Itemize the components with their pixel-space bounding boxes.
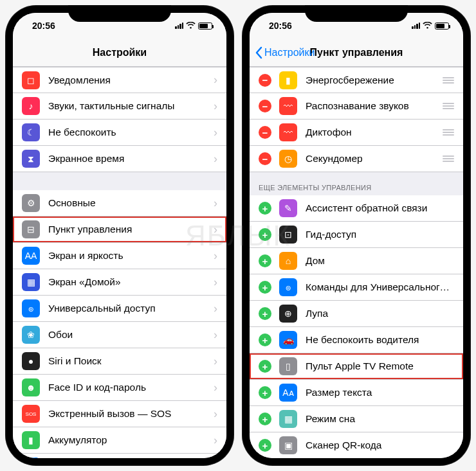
chevron-icon: › [214,381,217,395]
row-control-center[interactable]: ⊟ Пункт управления › [13,217,226,243]
feedback-icon: ✎ [279,199,297,217]
row-guided[interactable]: + ⊡ Гид-доступ [250,222,463,248]
row-label: Гид-доступ [306,229,454,240]
status-time: 20:56 [32,21,55,31]
row-siri[interactable]: ● Siri и Поиск › [13,348,226,375]
row-apple-tv-remote[interactable]: + ▯ Пульт Apple TV Remote [250,353,463,380]
row-battery[interactable]: ▮ Аккумулятор › [13,427,226,454]
guided-icon: ⊡ [279,226,297,244]
add-button[interactable]: + [259,281,271,294]
row-label: Пульт Apple TV Remote [306,360,454,372]
add-button[interactable]: + [259,202,271,215]
row-label: Энергосбережение [306,75,437,86]
chevron-icon: › [214,152,217,166]
screentime-icon: ⧗ [22,150,40,168]
add-button[interactable]: + [259,307,271,320]
row-home-screen[interactable]: ▦ Экран «Домой» › [13,269,226,296]
drag-handle[interactable] [443,103,454,109]
remove-button[interactable]: − [259,74,271,87]
row-accessibility[interactable]: ๏ Универсальный доступ › [13,296,226,322]
chevron-icon: › [214,276,217,289]
add-button[interactable]: + [259,386,271,399]
apple-tv-remote-icon: ▯ [279,357,297,375]
chevron-icon: › [214,100,217,113]
row-label: Обои [48,329,214,341]
sos-icon: SOS [22,405,40,423]
dnd-icon: ☾ [22,123,40,141]
row-sos[interactable]: SOS Экстренный вызов — SOS › [13,401,226,427]
row-label: Сканер QR-кода [306,440,454,451]
row-home[interactable]: + ⌂ Дом [250,248,463,274]
phone-left: 20:56 Настройки ◻ Уведомления › ♪ Звуки,… [5,5,234,466]
back-button[interactable]: Настройки [255,46,315,59]
add-button[interactable]: + [259,228,271,241]
battery-icon [198,22,212,30]
row-label: Аккумулятор [48,434,214,446]
row-faceid[interactable]: ☻ Face ID и код-пароль › [13,375,226,401]
magnifier-icon: ⊕ [279,305,297,323]
row-dnd-driving[interactable]: + 🚗 Не беспокоить водителя [250,327,463,353]
remove-button[interactable]: − [259,100,271,112]
row-label: Экстренный вызов — SOS [48,408,214,420]
more-controls-header: ЕЩЕ ЭЛЕМЕНТЫ УПРАВЛЕНИЯ [250,172,463,195]
display-icon: AA [22,247,40,265]
chevron-icon: › [214,73,217,87]
row-label: Распознавание звуков [306,100,437,112]
row-voice-memo[interactable]: − 〰 Диктофон [250,120,463,146]
row-label: Face ID и код-пароль [48,382,214,393]
row-label: Лупа [306,308,454,319]
row-sleep[interactable]: + ▦ Режим сна [250,406,463,432]
row-label: Размер текста [306,387,454,398]
notch [68,5,171,22]
row-label: Экран «Домой» [48,276,214,288]
row-display[interactable]: AA Экран и яркость › [13,243,226,269]
row-screentime[interactable]: ⧗ Экранное время › [13,146,226,172]
drag-handle[interactable] [443,156,454,162]
chevron-icon: › [214,434,217,447]
remove-button[interactable]: − [259,152,271,165]
row-qr[interactable]: + ▣ Сканер QR-кода [250,432,463,458]
settings-list[interactable]: ◻ Уведомления › ♪ Звуки, тактильные сигн… [13,67,226,458]
drag-handle[interactable] [443,77,454,84]
remove-button[interactable]: − [259,126,271,139]
wifi-icon [423,21,432,31]
status-time: 20:56 [269,21,292,31]
text-size-icon: Aᴀ [279,384,297,402]
drag-handle[interactable] [443,129,454,136]
row-notifications[interactable]: ◻ Уведомления › [13,67,226,93]
chevron-icon: › [214,126,217,139]
acc-shortcuts-icon: ๏ [279,278,297,296]
row-sound-rec[interactable]: − 〰 Распознавание звуков [250,93,463,120]
add-button[interactable]: + [259,439,271,452]
stopwatch-icon: ◷ [279,150,297,168]
row-label: Уведомления [48,75,214,86]
row-stopwatch[interactable]: − ◷ Секундомер [250,146,463,172]
row-label: Команды для Универсального дост... [306,281,454,293]
add-button[interactable]: + [259,254,271,267]
row-label: Не беспокоить водителя [306,334,454,346]
row-low-power[interactable]: − ▮ Энергосбережение [250,67,463,93]
add-button[interactable]: + [259,333,271,346]
row-feedback[interactable]: + ✎ Ассистент обратной связи [250,195,463,222]
row-general[interactable]: ⚙ Основные › [13,190,226,217]
row-privacy[interactable]: ✋ Конфиденциальность › [13,454,226,458]
row-label: Универсальный доступ [48,303,214,314]
screen-left: 20:56 Настройки ◻ Уведомления › ♪ Звуки,… [13,13,226,458]
row-magnifier[interactable]: + ⊕ Лупа [250,301,463,327]
row-acc-shortcuts[interactable]: + ๏ Команды для Универсального дост... [250,274,463,301]
general-icon: ⚙ [22,194,40,212]
row-label: Экранное время [48,153,214,164]
notifications-icon: ◻ [22,71,40,89]
row-dnd[interactable]: ☾ Не беспокоить › [13,120,226,146]
add-button[interactable]: + [259,413,271,425]
row-label: Ассистент обратной связи [306,202,454,214]
row-label: Режим сна [306,413,454,425]
add-button[interactable]: + [259,360,271,373]
sound-rec-icon: 〰 [279,97,297,115]
battery-icon: ▮ [22,431,40,449]
control-center-list[interactable]: − ▮ Энергосбережение − 〰 Распознавание з… [250,67,463,458]
row-wallpaper[interactable]: ❀ Обои › [13,322,226,348]
chevron-icon: › [214,355,217,368]
row-text-size[interactable]: + Aᴀ Размер текста [250,380,463,406]
row-sounds[interactable]: ♪ Звуки, тактильные сигналы › [13,93,226,120]
